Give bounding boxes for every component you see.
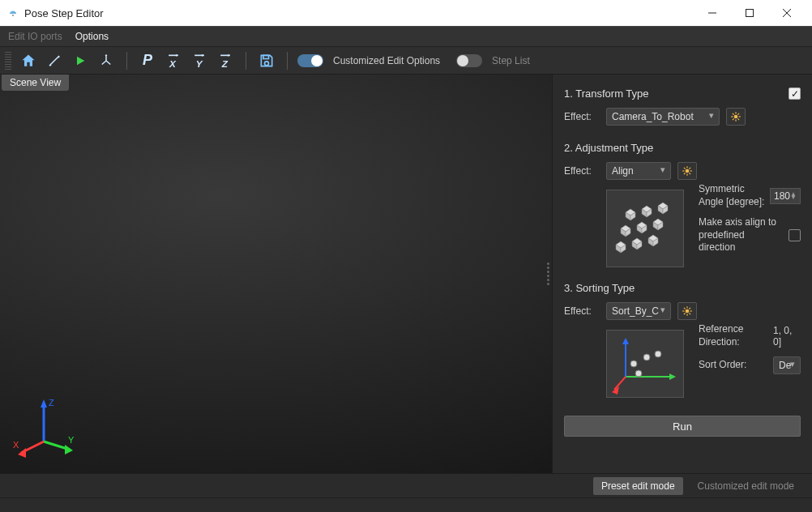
transform-enabled-checkbox[interactable]: ✓ <box>788 87 801 100</box>
play-button[interactable] <box>70 50 91 71</box>
sorting-effect-select[interactable]: Sort_By_C <box>606 302 671 320</box>
step-list-toggle[interactable] <box>456 54 482 67</box>
svg-marker-12 <box>65 445 73 454</box>
make-axis-align-label: Make axis align to predefined direction <box>699 216 784 254</box>
menu-options[interactable]: Options <box>75 31 109 42</box>
make-axis-align-checkbox[interactable] <box>788 229 801 241</box>
svg-text:Y: Y <box>196 58 203 68</box>
svg-point-50 <box>630 361 637 367</box>
svg-line-48 <box>614 377 626 390</box>
run-button[interactable]: Run <box>564 416 801 437</box>
svg-text:X: X <box>13 440 19 450</box>
svg-line-34 <box>689 168 690 169</box>
panel-resize-handle[interactable] <box>547 262 550 285</box>
save-button[interactable] <box>256 50 277 71</box>
status-strip <box>0 497 812 512</box>
home-view-button[interactable] <box>18 50 39 71</box>
axis-x-button[interactable]: X <box>163 50 184 71</box>
svg-line-25 <box>737 113 739 115</box>
svg-point-17 <box>734 115 738 119</box>
transform-effect-select[interactable]: Camera_To_Robot <box>606 108 720 126</box>
svg-marker-9 <box>41 399 47 407</box>
svg-text:Z: Z <box>49 398 54 407</box>
section-adjustment-title: 2. Adjustment Type <box>564 142 801 154</box>
reference-direction-label: Reference Direction: <box>699 323 768 348</box>
minimize-button[interactable] <box>694 0 731 26</box>
customized-options-label: Customized Edit Options <box>333 55 440 66</box>
svg-point-51 <box>643 354 650 361</box>
svg-line-31 <box>684 168 686 169</box>
transform-hint-button[interactable] <box>726 108 746 126</box>
preset-edit-mode-button[interactable]: Preset edit mode <box>593 477 683 495</box>
customized-edit-mode-button[interactable]: Customized edit mode <box>690 477 802 495</box>
axis-z-button[interactable]: Z <box>215 50 236 71</box>
close-button[interactable] <box>768 0 806 26</box>
properties-panel: 1. Transform Type ✓ Effect: Camera_To_Ro… <box>553 75 812 473</box>
svg-line-40 <box>684 308 686 309</box>
sorting-hint-button[interactable] <box>677 302 697 320</box>
sort-order-label: Sort Order: <box>699 359 768 372</box>
app-icon <box>6 6 19 21</box>
toolbar-grip[interactable] <box>5 52 11 70</box>
scene-viewport[interactable]: Scene View Z Y X <box>0 75 553 473</box>
svg-line-43 <box>689 308 690 309</box>
svg-line-24 <box>733 118 734 120</box>
svg-line-32 <box>689 173 690 174</box>
svg-point-53 <box>635 370 642 377</box>
svg-point-0 <box>12 15 14 16</box>
svg-text:Z: Z <box>221 58 229 68</box>
svg-line-22 <box>733 113 734 115</box>
adjustment-effect-select[interactable]: Align <box>606 162 671 180</box>
svg-line-42 <box>684 313 686 314</box>
pose-p-button[interactable]: P <box>137 50 158 71</box>
adjustment-hint-button[interactable] <box>677 162 697 180</box>
section-transform-title: 1. Transform Type <box>564 87 788 100</box>
maximize-button[interactable] <box>731 0 768 26</box>
window-title: Pose Step Editor <box>24 7 694 19</box>
svg-line-33 <box>684 173 686 174</box>
svg-rect-1 <box>708 13 716 14</box>
svg-marker-47 <box>622 338 629 344</box>
scene-tab[interactable]: Scene View <box>2 75 69 91</box>
svg-marker-45 <box>669 373 676 380</box>
adjustment-preview-thumb <box>606 190 684 267</box>
adjustment-effect-label: Effect: <box>564 165 600 177</box>
svg-marker-15 <box>18 448 26 458</box>
svg-text:X: X <box>169 58 177 68</box>
sort-order-select[interactable]: De <box>773 356 801 374</box>
svg-point-7 <box>265 61 269 65</box>
svg-line-41 <box>689 313 690 314</box>
symmetric-angle-input[interactable]: 180 ▲▼ <box>770 188 801 204</box>
symmetric-angle-label: Symmetric Angle [degree]: <box>699 183 765 208</box>
svg-rect-6 <box>263 55 269 58</box>
sorting-preview-thumb <box>606 330 684 398</box>
section-sorting-title: 3. Sorting Type <box>564 282 801 294</box>
menu-edit-io-ports[interactable]: Edit IO ports <box>8 31 62 42</box>
transform-effect-label: Effect: <box>564 111 600 122</box>
svg-text:Y: Y <box>68 435 75 445</box>
svg-point-26 <box>686 169 690 173</box>
svg-point-35 <box>686 309 690 314</box>
axis-y-button[interactable]: Y <box>189 50 210 71</box>
svg-rect-2 <box>746 10 754 17</box>
svg-line-23 <box>737 118 739 120</box>
axis-gizmo-icon: Z Y X <box>11 393 76 460</box>
step-list-label: Step List <box>492 55 530 66</box>
sorting-effect-label: Effect: <box>564 305 600 317</box>
customized-options-toggle[interactable] <box>297 54 323 67</box>
reference-direction-value: 1, 0, 0] <box>773 325 801 348</box>
svg-point-52 <box>655 351 661 357</box>
measure-button[interactable] <box>44 50 65 71</box>
axis-toggle-button[interactable] <box>96 50 117 71</box>
